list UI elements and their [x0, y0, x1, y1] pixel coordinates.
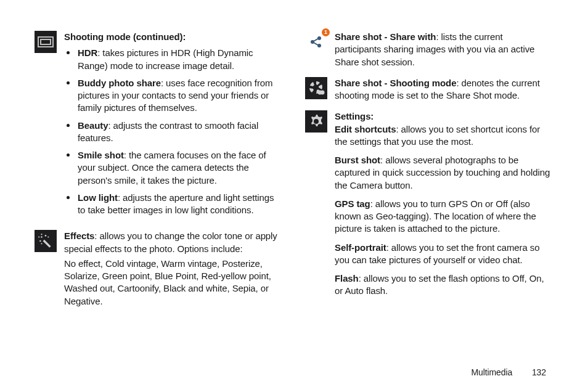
svg-point-4: [38, 237, 39, 238]
svg-point-2: [45, 235, 47, 237]
effects-icon: [35, 230, 57, 252]
effects-section: Effects: allows you to change the color …: [35, 230, 280, 308]
footer-page-number: 132: [532, 367, 546, 377]
share-badge: 1: [322, 28, 330, 36]
list-item: Low light: adjusts the aperture and ligh…: [75, 192, 280, 217]
list-item: HDR: takes pictures in HDR (High Dynamic…: [75, 47, 280, 72]
shooting-mode-heading: Shooting mode (continued):: [64, 31, 280, 43]
settings-item: GPS tag: allows you to turn GPS On or Of…: [335, 198, 551, 235]
share-mode-icon: [305, 77, 327, 99]
svg-point-14: [321, 90, 325, 94]
shooting-mode-section: Shooting mode (continued): HDR: takes pi…: [35, 31, 280, 221]
share-mode-label: Share shot - Shooting mode: [335, 78, 456, 88]
settings-heading: Settings:: [335, 110, 551, 123]
effects-intro: Effects: allows you to change the color …: [64, 230, 280, 255]
svg-point-15: [314, 119, 319, 124]
share-icon: 1: [305, 31, 327, 53]
share-with-label: Share shot - Share with: [335, 31, 436, 42]
settings-item: Burst shot: allows several photographs t…: [335, 154, 551, 192]
svg-rect-0: [43, 240, 51, 248]
svg-point-3: [39, 240, 41, 242]
shooting-mode-list: HDR: takes pictures in HDR (High Dynamic…: [64, 47, 280, 216]
svg-point-1: [41, 236, 43, 238]
settings-item: Flash: allows you to set the flash optio…: [335, 272, 551, 298]
svg-point-6: [47, 237, 49, 238]
right-column: 1 Share shot - Share with: lists the cur…: [305, 31, 551, 316]
svg-rect-12: [312, 41, 319, 46]
settings-item: Edit shortcuts: allows you to set shortc…: [335, 123, 551, 149]
page-footer: Multimedia 132: [471, 367, 546, 378]
share-with-section: 1 Share shot - Share with: lists the cur…: [305, 31, 551, 68]
list-item: Buddy photo share: uses face recognition…: [75, 77, 280, 115]
settings-icon: [305, 110, 327, 133]
svg-point-7: [41, 243, 42, 245]
effects-options: No effect, Cold vintage, Warm vintage, P…: [64, 258, 280, 308]
shooting-mode-icon: [35, 31, 57, 53]
footer-chapter: Multimedia: [471, 367, 512, 377]
list-item: Beauty: adjusts the contrast to smooth f…: [75, 120, 280, 145]
settings-item: Self-portrait: allows you to set the fro…: [335, 242, 551, 267]
share-mode-section: Share shot - Shooting mode: denotes the …: [305, 77, 551, 102]
list-item: Smile shot: the camera focuses on the fa…: [75, 149, 280, 187]
settings-section: Settings: Edit shortcuts: allows you to …: [305, 110, 551, 303]
left-column: Shooting mode (continued): HDR: takes pi…: [35, 31, 280, 316]
svg-point-5: [41, 234, 42, 235]
